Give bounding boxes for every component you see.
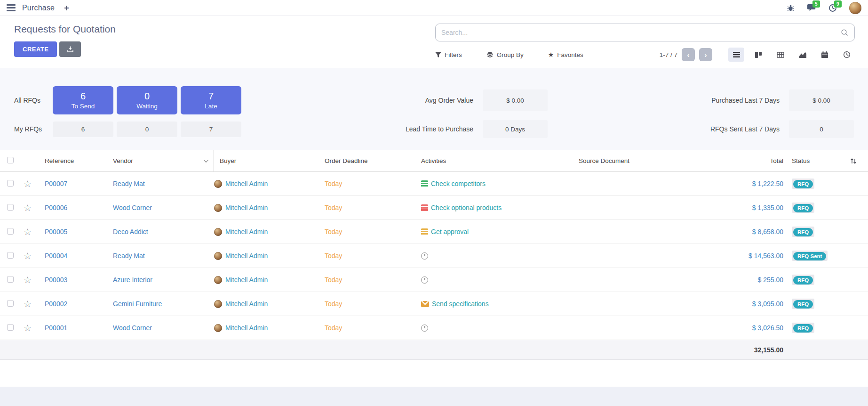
apps-menu-icon[interactable] bbox=[7, 4, 16, 11]
filters-label: Filters bbox=[445, 51, 462, 58]
table-row[interactable]: ☆ P00007 Ready Mat Mitchell Admin Today … bbox=[0, 172, 868, 196]
row-checkbox[interactable] bbox=[7, 252, 14, 259]
kanban-view-button[interactable] bbox=[750, 48, 766, 62]
kpi-to-send[interactable]: 6 To Send bbox=[53, 86, 113, 114]
activity-cell[interactable]: Send specifications bbox=[421, 300, 579, 308]
view-switcher bbox=[728, 48, 855, 62]
new-tab-icon[interactable]: + bbox=[64, 4, 69, 12]
reference-link[interactable]: P00004 bbox=[45, 252, 113, 260]
buyer-avatar bbox=[214, 276, 222, 284]
list-view-button[interactable] bbox=[728, 48, 744, 62]
col-activities[interactable]: Activities bbox=[421, 157, 579, 164]
pager-range: 1-7 / 7 bbox=[660, 51, 677, 58]
reference-link[interactable]: P00006 bbox=[45, 204, 113, 211]
my-kpi-waiting[interactable]: 0 bbox=[117, 122, 177, 137]
vendor-cell: Deco Addict bbox=[113, 228, 214, 235]
activity-clock-icon[interactable] bbox=[421, 252, 428, 260]
calendar-view-button[interactable] bbox=[817, 48, 833, 62]
reference-link[interactable]: P00005 bbox=[45, 228, 113, 235]
status-badge: RFQ bbox=[793, 180, 813, 188]
order-deadline: Today bbox=[325, 276, 421, 284]
table-row[interactable]: ☆ P00005 Deco Addict Mitchell Admin Toda… bbox=[0, 220, 868, 244]
activity-icon[interactable] bbox=[421, 180, 428, 187]
activity-clock-icon[interactable] bbox=[421, 325, 428, 332]
rfqs-sent-last-7-days: 0 bbox=[789, 120, 854, 138]
buyer-avatar bbox=[214, 204, 222, 212]
pivot-view-button[interactable] bbox=[772, 48, 788, 62]
row-checkbox[interactable] bbox=[7, 300, 14, 307]
activity-cell[interactable] bbox=[421, 252, 579, 260]
activity-cell[interactable]: Check optional products bbox=[421, 204, 579, 211]
table-row[interactable]: ☆ P00002 Gemini Furniture Mitchell Admin… bbox=[0, 292, 868, 316]
pager-next-button[interactable]: › bbox=[699, 48, 712, 61]
row-checkbox[interactable] bbox=[7, 204, 14, 211]
status-badge: RFQ Sent bbox=[793, 252, 826, 260]
footer-total: 32,155.00 bbox=[713, 346, 783, 354]
app-title[interactable]: Purchase bbox=[22, 4, 55, 12]
favorite-star-icon[interactable]: ☆ bbox=[24, 276, 45, 284]
kpi-late[interactable]: 7 Late bbox=[181, 86, 241, 114]
total-cell: $ 1,222.50 bbox=[713, 180, 783, 187]
activity-cell[interactable] bbox=[421, 325, 579, 332]
favorite-star-icon[interactable]: ☆ bbox=[24, 179, 45, 188]
favorite-star-icon[interactable]: ☆ bbox=[24, 227, 45, 236]
activity-envelope-icon[interactable] bbox=[421, 301, 429, 307]
group-by-button[interactable]: Group By bbox=[486, 51, 524, 58]
filters-button[interactable]: Filters bbox=[435, 51, 462, 58]
total-cell: $ 8,658.00 bbox=[713, 228, 783, 235]
download-icon bbox=[67, 46, 74, 53]
activities-clock-icon[interactable]: 9 bbox=[828, 4, 837, 12]
table-row[interactable]: ☆ P00001 Wood Corner Mitchell Admin Toda… bbox=[0, 316, 868, 340]
favorites-button[interactable]: ★ Favorites bbox=[548, 51, 583, 58]
create-button[interactable]: CREATE bbox=[14, 41, 57, 57]
messages-icon[interactable]: 5 bbox=[807, 4, 816, 12]
activity-clock-icon[interactable] bbox=[421, 276, 428, 284]
activity-cell[interactable]: Check competitors bbox=[421, 180, 579, 187]
reference-link[interactable]: P00003 bbox=[45, 276, 113, 284]
activity-icon[interactable] bbox=[421, 228, 428, 235]
search-bar[interactable] bbox=[435, 24, 855, 41]
favorite-star-icon[interactable]: ☆ bbox=[24, 252, 45, 260]
search-icon[interactable] bbox=[841, 29, 849, 37]
table-row[interactable]: ☆ P00004 Ready Mat Mitchell Admin Today … bbox=[0, 244, 868, 268]
reference-link[interactable]: P00002 bbox=[45, 300, 113, 308]
col-source-document[interactable]: Source Document bbox=[579, 157, 713, 164]
select-all-checkbox[interactable] bbox=[7, 157, 14, 163]
favorite-star-icon[interactable]: ☆ bbox=[24, 203, 45, 212]
activity-cell[interactable]: Get approval bbox=[421, 228, 579, 235]
favorite-star-icon[interactable]: ☆ bbox=[24, 324, 45, 333]
search-input[interactable] bbox=[441, 29, 841, 36]
export-button[interactable] bbox=[59, 41, 81, 57]
reference-link[interactable]: P00001 bbox=[45, 324, 113, 332]
row-checkbox[interactable] bbox=[7, 324, 14, 331]
graph-view-button[interactable] bbox=[795, 48, 811, 62]
col-reference[interactable]: Reference bbox=[45, 157, 113, 164]
col-status[interactable]: Status bbox=[783, 157, 839, 164]
row-checkbox[interactable] bbox=[7, 276, 14, 283]
vendor-cell: Azure Interior bbox=[113, 276, 214, 284]
col-order-deadline[interactable]: Order Deadline bbox=[325, 157, 421, 164]
total-cell: $ 1,335.00 bbox=[713, 204, 783, 211]
status-badge: RFQ bbox=[793, 276, 813, 284]
user-avatar[interactable] bbox=[849, 2, 861, 14]
my-kpi-to-send[interactable]: 6 bbox=[53, 122, 113, 137]
optional-columns-icon[interactable] bbox=[850, 157, 857, 165]
reference-link[interactable]: P00007 bbox=[45, 180, 113, 187]
col-total[interactable]: Total bbox=[713, 157, 783, 164]
table-row[interactable]: ☆ P00006 Wood Corner Mitchell Admin Toda… bbox=[0, 196, 868, 220]
favorite-star-icon[interactable]: ☆ bbox=[24, 300, 45, 309]
row-checkbox[interactable] bbox=[7, 180, 14, 187]
activity-icon[interactable] bbox=[421, 204, 428, 211]
kpi-waiting[interactable]: 0 Waiting bbox=[117, 86, 177, 114]
total-cell: $ 3,095.00 bbox=[713, 300, 783, 308]
col-buyer[interactable]: Buyer bbox=[214, 157, 325, 164]
activity-cell[interactable] bbox=[421, 276, 579, 284]
my-kpi-late[interactable]: 7 bbox=[181, 122, 241, 137]
row-checkbox[interactable] bbox=[7, 228, 14, 235]
debug-bug-icon[interactable] bbox=[787, 4, 795, 12]
activity-view-button[interactable] bbox=[839, 48, 855, 62]
pager-previous-button[interactable]: ‹ bbox=[682, 48, 695, 61]
activities-count-badge: 9 bbox=[834, 0, 842, 8]
table-row[interactable]: ☆ P00003 Azure Interior Mitchell Admin T… bbox=[0, 268, 868, 292]
col-vendor[interactable]: Vendor bbox=[113, 150, 214, 171]
